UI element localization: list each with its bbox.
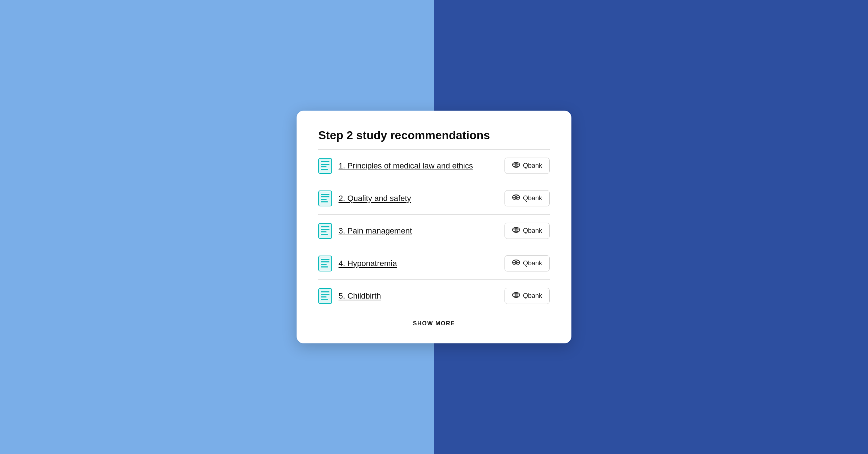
item-left-1: 1. Principles of medical law and ethics: [318, 158, 473, 174]
qbank-icon-5: [512, 292, 520, 300]
svg-rect-28: [321, 266, 328, 267]
svg-rect-36: [321, 299, 328, 300]
qbank-icon-3: [512, 227, 520, 235]
item-label-1[interactable]: 1. Principles of medical law and ethics: [339, 161, 473, 171]
item-left-5: 5. Childbirth: [318, 288, 381, 304]
card-title: Step 2 study recommendations: [318, 129, 550, 142]
qbank-label-4: Qbank: [523, 260, 542, 267]
svg-rect-17: [321, 226, 329, 227]
qbank-label-1: Qbank: [523, 162, 542, 170]
svg-rect-26: [321, 261, 329, 262]
svg-rect-18: [321, 229, 329, 230]
item-label-4[interactable]: 4. Hyponatremia: [339, 259, 397, 268]
item-label-2[interactable]: 2. Quality and safety: [339, 194, 411, 203]
recommendations-card: Step 2 study recommendations 1. Principl…: [297, 111, 571, 343]
item-left-4: 4. Hyponatremia: [318, 256, 397, 271]
qbank-icon-4: [512, 259, 520, 267]
svg-rect-33: [321, 291, 329, 292]
item-left-2: 2. Quality and safety: [318, 190, 411, 206]
svg-rect-16: [319, 223, 332, 239]
qbank-button-4[interactable]: Qbank: [505, 255, 550, 271]
qbank-label-5: Qbank: [523, 292, 542, 300]
svg-rect-1: [321, 161, 329, 162]
list-item: 4. Hyponatremia Qbank: [318, 247, 550, 279]
list-item: 1. Principles of medical law and ethics …: [318, 150, 550, 182]
show-more-button[interactable]: SHOW MORE: [318, 312, 550, 329]
qbank-icon-2: [512, 194, 520, 202]
document-icon-2: [318, 190, 332, 206]
svg-rect-19: [321, 231, 327, 232]
qbank-label-3: Qbank: [523, 227, 542, 235]
svg-rect-32: [319, 288, 332, 304]
qbank-icon-1: [512, 162, 520, 170]
document-icon-3: [318, 223, 332, 239]
list-item: 2. Quality and safety Qbank: [318, 182, 550, 214]
list-item: 3. Pain management Qbank: [318, 215, 550, 247]
item-label-5[interactable]: 5. Childbirth: [339, 291, 381, 301]
svg-rect-34: [321, 294, 329, 295]
qbank-button-2[interactable]: Qbank: [505, 190, 550, 206]
qbank-label-2: Qbank: [523, 194, 542, 202]
svg-rect-12: [321, 201, 328, 202]
svg-rect-27: [321, 264, 327, 265]
list-item: 5. Childbirth Qbank: [318, 280, 550, 312]
svg-rect-0: [319, 158, 332, 174]
qbank-button-5[interactable]: Qbank: [505, 288, 550, 304]
svg-rect-20: [321, 234, 328, 235]
svg-rect-25: [321, 259, 329, 260]
item-label-3[interactable]: 3. Pain management: [339, 226, 412, 236]
document-icon-1: [318, 158, 332, 174]
item-left-3: 3. Pain management: [318, 223, 412, 239]
svg-rect-9: [321, 194, 329, 195]
svg-rect-4: [321, 169, 328, 170]
qbank-button-3[interactable]: Qbank: [505, 223, 550, 239]
svg-rect-11: [321, 199, 327, 200]
svg-rect-3: [321, 166, 327, 167]
svg-rect-2: [321, 164, 329, 165]
svg-rect-24: [319, 256, 332, 271]
svg-rect-8: [319, 191, 332, 206]
svg-rect-35: [321, 296, 327, 297]
qbank-button-1[interactable]: Qbank: [505, 158, 550, 174]
svg-rect-10: [321, 196, 329, 197]
document-icon-4: [318, 256, 332, 271]
document-icon-5: [318, 288, 332, 304]
